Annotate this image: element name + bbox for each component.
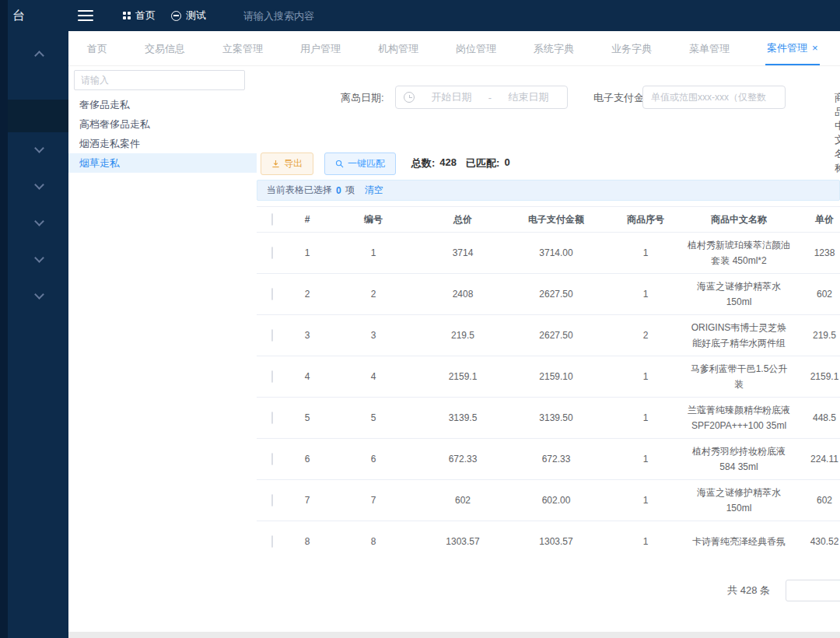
cell-name: 海蓝之谜修护精萃水 150ml	[684, 480, 793, 521]
column-header: 总价	[420, 210, 506, 229]
sidebar-selected-item[interactable]	[8, 100, 68, 132]
tab-label: 立案管理	[222, 43, 263, 54]
row-checkbox[interactable]	[271, 247, 273, 259]
row-checkbox[interactable]	[271, 494, 273, 507]
row-checkbox[interactable]	[271, 453, 273, 465]
cell-index: 7	[288, 488, 327, 513]
chevron-down-icon[interactable]	[34, 180, 44, 190]
tab-close-icon[interactable]: ×	[812, 42, 818, 54]
select-all-checkbox[interactable]	[271, 213, 273, 226]
hamburger-menu-icon[interactable]	[78, 10, 93, 21]
category-item[interactable]: 烟草走私	[68, 153, 257, 173]
tab-案件管理[interactable]: 案件管理×	[765, 31, 820, 65]
table-footer: 共 428 条	[257, 576, 840, 607]
icon-sidebar	[8, 31, 68, 638]
tab-用户管理[interactable]: 用户管理	[299, 32, 342, 65]
tab-label: 岗位管理	[456, 43, 496, 54]
table-row: 1137143714.001植村秀新琥珀臻萃洁颜油套装 450ml*21238	[257, 233, 840, 274]
results-table: #编号总价电子支付金额商品序号商品中文名称单价1137143714.001植村秀…	[257, 206, 840, 549]
cell-index: 5	[288, 405, 327, 430]
table-row: 66672.33672.331植村秀羽纱持妆粉底液 584 35ml224.11	[257, 439, 840, 480]
main-area: 首页交易信息立案管理用户管理机构管理岗位管理系统字典业务字典菜单管理案件管理× …	[68, 31, 840, 638]
date-end-placeholder: 结束日期	[498, 90, 559, 104]
cell-seq: 1	[607, 240, 684, 265]
cell-index: 3	[288, 323, 327, 348]
cell-code: 6	[327, 447, 420, 471]
row-checkbox[interactable]	[271, 535, 273, 548]
cell-seq: 1	[607, 447, 684, 471]
filter-row: 离岛日期: 开始日期 - 结束日期 电子支付金额: 商品中文名称:	[257, 66, 840, 144]
tab-立案管理[interactable]: 立案管理	[221, 32, 264, 65]
cell-epay: 1303.57	[506, 529, 607, 550]
cell-name: 植村秀羽纱持妆粉底液 584 35ml	[684, 439, 793, 479]
table-header-row: #编号总价电子支付金额商品序号商品中文名称单价	[257, 207, 840, 233]
cell-seq: 1	[607, 282, 684, 307]
amount-filter-input[interactable]	[642, 86, 786, 109]
cell-code: 3	[327, 323, 420, 348]
cell-index: 4	[288, 364, 327, 389]
cell-epay: 2627.50	[506, 282, 607, 307]
tab-label: 案件管理	[767, 42, 807, 54]
category-item[interactable]: 烟酒走私案件	[68, 134, 257, 153]
chevron-up-icon[interactable]	[34, 51, 44, 61]
footer-total-count: 共 428 条	[727, 584, 770, 598]
cell-unit: 224.11	[793, 447, 840, 471]
tab-机构管理[interactable]: 机构管理	[376, 32, 420, 65]
nav-test[interactable]: 测试	[171, 9, 206, 23]
global-search-input[interactable]	[243, 10, 391, 22]
chevron-down-icon[interactable]	[34, 216, 44, 226]
cell-unit: 219.5	[793, 323, 840, 348]
row-checkbox[interactable]	[271, 329, 273, 342]
one-key-match-button[interactable]: 一键匹配	[324, 152, 396, 175]
tab-系统字典[interactable]: 系统字典	[532, 32, 576, 65]
nav-home-label: 首页	[135, 9, 156, 23]
cell-index: 2	[288, 282, 327, 307]
download-icon	[271, 160, 280, 168]
cell-seq: 1	[607, 364, 684, 389]
table-row: 2224082627.501海蓝之谜修护精萃水 150ml602	[257, 274, 840, 315]
export-button-label: 导出	[284, 157, 303, 170]
nav-home[interactable]: 首页	[123, 9, 156, 23]
total-value: 428	[439, 156, 457, 170]
tab-岗位管理[interactable]: 岗位管理	[454, 32, 498, 65]
cell-unit: 448.5	[793, 405, 840, 430]
date-filter-label: 离岛日期:	[341, 91, 384, 105]
cell-name: ORIGINS韦博士灵芝焕能好底子精华水两件组	[684, 315, 793, 356]
tab-业务字典[interactable]: 业务字典	[610, 32, 653, 65]
tab-label: 交易信息	[145, 43, 185, 54]
selection-bar: 当前表格已选择 0 项 清空	[257, 180, 840, 201]
tab-首页[interactable]: 首页	[86, 32, 109, 65]
chevron-down-icon[interactable]	[34, 289, 44, 300]
row-checkbox[interactable]	[271, 412, 273, 424]
category-item[interactable]: 高档奢侈品走私	[68, 114, 257, 134]
tab-label: 首页	[87, 43, 107, 54]
category-item[interactable]: 奢侈品走私	[68, 95, 257, 114]
category-panel: 奢侈品走私高档奢侈品走私烟酒走私案件烟草走私	[68, 66, 257, 638]
cell-unit: 602	[793, 282, 840, 307]
table-row: 33219.52627.502ORIGINS韦博士灵芝焕能好底子精华水两件组21…	[257, 315, 840, 356]
cell-name: 马爹利蓝带干邑1.5公升装	[684, 356, 793, 397]
table-row: 77602602.001海蓝之谜修护精萃水 150ml602	[257, 480, 840, 521]
cell-index: 1	[288, 240, 327, 265]
cell-name: 兰蔻菁纯臻颜精华粉底液SPF20PA+++100 35ml	[684, 398, 793, 438]
column-header: 单价	[793, 210, 840, 229]
cell-seq: 1	[607, 529, 684, 550]
date-range-picker[interactable]: 开始日期 - 结束日期	[395, 86, 568, 109]
cell-code: 4	[327, 364, 420, 389]
count-summary: 总数: 428 已匹配: 0	[411, 156, 510, 170]
tab-菜单管理[interactable]: 菜单管理	[688, 32, 731, 65]
export-button[interactable]: 导出	[261, 152, 313, 175]
cell-seq: 2	[607, 323, 684, 348]
tab-交易信息[interactable]: 交易信息	[143, 32, 187, 65]
row-checkbox[interactable]	[271, 370, 273, 383]
chevron-down-icon[interactable]	[34, 253, 44, 263]
row-checkbox[interactable]	[271, 288, 273, 300]
app-window: 台 首页 测试 首页交易信息立案管理用户管理机构管理岗位管理系统字典业务字典菜单…	[0, 0, 840, 638]
tab-label: 系统字典	[534, 43, 574, 54]
clear-selection-link[interactable]: 清空	[365, 184, 383, 197]
cell-total: 219.5	[420, 323, 506, 348]
page-size-select[interactable]	[786, 580, 840, 601]
cell-total: 672.33	[420, 447, 506, 471]
category-search-input[interactable]	[74, 70, 245, 90]
chevron-down-icon[interactable]	[34, 143, 44, 153]
